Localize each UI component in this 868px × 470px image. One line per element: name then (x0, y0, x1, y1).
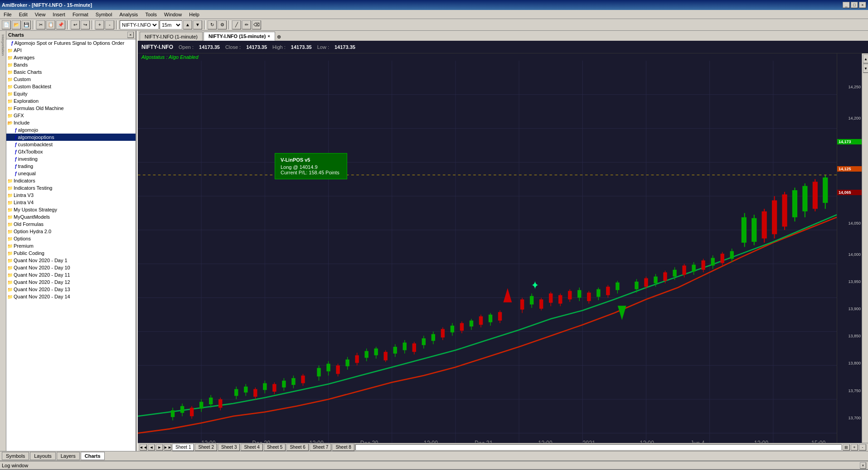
cut-btn[interactable]: ✂ (36, 20, 45, 29)
tree-item-27[interactable]: 📁Options (6, 235, 136, 242)
tree-item-32[interactable]: 📁Quant Nov 2020 - Day 11 (6, 271, 136, 278)
menu-item-edit[interactable]: Edit (15, 11, 31, 18)
scroll-zoom-out-btn[interactable]: - (859, 444, 866, 451)
settings-btn[interactable]: ⚙ (218, 20, 227, 29)
tree-item-29[interactable]: 📁Public Coding (6, 249, 136, 257)
tree-item-33[interactable]: 📁Quant Nov 2020 - Day 12 (6, 278, 136, 286)
tree-item-31[interactable]: 📁Quant Nov 2020 - Day 10 (6, 264, 136, 271)
tree-item-15[interactable]: ƒGfxToolbox (6, 148, 136, 155)
menu-item-insert[interactable]: Insert (49, 11, 69, 18)
zoom-in-btn[interactable]: + (95, 20, 104, 29)
draw-pencil-btn[interactable]: ✏ (242, 20, 251, 29)
restore-btn[interactable]: □ (851, 2, 858, 8)
sheet-tab-6[interactable]: Sheet 6 (286, 444, 308, 451)
scroll-right-btn[interactable]: ►► (164, 444, 171, 451)
tree-item-35[interactable]: 📁Quant Nov 2020 - Day 14 (6, 293, 136, 300)
menu-item-format[interactable]: Format (69, 11, 92, 18)
charts-tree[interactable]: ƒAlgomojo Spot or Futures Signal to Opti… (6, 39, 136, 451)
tree-item-21[interactable]: 📁Lintra V3 (6, 192, 136, 199)
tree-item-25[interactable]: 📁Old Formulas (6, 221, 136, 228)
menu-item-analysis[interactable]: Analysis (116, 11, 141, 18)
btm-tab-symbols[interactable]: Symbols (2, 452, 29, 460)
scroll-next-btn[interactable]: ► (156, 444, 163, 451)
draw-eraser-btn[interactable]: ⌫ (252, 20, 261, 29)
tree-item-17[interactable]: ƒtrading (6, 163, 136, 170)
sheet-tab-8[interactable]: Sheet 8 (332, 444, 354, 451)
tree-item-16[interactable]: ƒinvesting (6, 155, 136, 163)
scroll-expand-btn[interactable]: ⊞ (843, 444, 850, 451)
zoom-out-btn[interactable]: - (105, 20, 114, 29)
tree-item-34[interactable]: 📁Quant Nov 2020 - Day 13 (6, 286, 136, 293)
tree-item-28[interactable]: 📁Premium (6, 242, 136, 249)
interval-up-btn[interactable]: ▲ (183, 20, 192, 29)
chart-scrollbar-track[interactable] (355, 444, 842, 451)
redo-btn[interactable]: ↪ (81, 20, 90, 29)
scroll-left-btn[interactable]: ◄◄ (140, 444, 147, 451)
tree-item-22[interactable]: 📁Lintra V4 (6, 199, 136, 206)
tree-item-23[interactable]: 📁My Upstox Strategy (6, 206, 136, 213)
interval-down-btn[interactable]: ▼ (193, 20, 202, 29)
tree-item-5[interactable]: 📁Custom (6, 76, 136, 83)
tree-item-3[interactable]: 📁Bands (6, 61, 136, 68)
interval-select[interactable]: 15m 1m 5m 1d (160, 20, 182, 29)
panel-up-btn[interactable]: ▲ (863, 54, 868, 63)
btm-tab-layers[interactable]: Layers (57, 452, 80, 460)
tree-item-7[interactable]: 📁Equity (6, 90, 136, 97)
tree-item-1[interactable]: 📁API (6, 47, 136, 54)
menu-item-window[interactable]: Window (160, 11, 185, 18)
log-close-btn[interactable]: × (860, 462, 866, 469)
draw-line-btn[interactable]: ╱ (232, 20, 241, 29)
tree-item-14[interactable]: ƒcustombacktest (6, 141, 136, 148)
tree-item-9[interactable]: 📁Formulas Old Machine (6, 105, 136, 112)
tree-item-4[interactable]: 📁Basic Charts (6, 68, 136, 76)
tree-item-13[interactable]: ƒalgomojooptions (6, 134, 136, 141)
sheet-tab-3[interactable]: Sheet 3 (218, 444, 240, 451)
refresh-btn[interactable]: ↻ (208, 20, 217, 29)
save-btn[interactable]: 💾 (22, 20, 31, 29)
sheet-tab-2[interactable]: Sheet 2 (195, 444, 217, 451)
menu-item-symbol[interactable]: Symbol (92, 11, 116, 18)
tab-15min-close[interactable]: × (267, 34, 270, 38)
open-btn[interactable]: 📂 (12, 20, 21, 29)
new-btn[interactable]: 📄 (2, 20, 11, 29)
tree-item-11[interactable]: 📂Include (6, 119, 136, 126)
sheet-tab-1[interactable]: Sheet 1 (172, 444, 194, 451)
paste-btn[interactable]: 📌 (56, 20, 65, 29)
sheet-tab-5[interactable]: Sheet 5 (264, 444, 286, 451)
menu-item-view[interactable]: View (31, 11, 49, 18)
tree-item-10[interactable]: 📁GFX (6, 112, 136, 119)
tree-item-20[interactable]: 📁Indicators Testing (6, 184, 136, 192)
new-tab-btn[interactable]: ⊕ (276, 33, 282, 41)
chart-canvas[interactable]: Algostatus : Algo Enabled (138, 53, 837, 443)
close-btn[interactable]: × (859, 2, 866, 8)
undo-btn[interactable]: ↩ (71, 20, 80, 29)
charts-close-btn[interactable]: × (127, 32, 134, 38)
symbol-select[interactable]: NIFTY-I.NFO (120, 20, 159, 29)
btm-tab-charts[interactable]: Charts (81, 452, 105, 460)
tree-item-6[interactable]: 📁Custom Backtest (6, 83, 136, 90)
tree-item-12[interactable]: ƒalgomojo (6, 126, 136, 134)
scroll-zoom-in-btn[interactable]: + (851, 444, 858, 451)
sheet-tab-7[interactable]: Sheet 7 (310, 444, 331, 451)
tree-item-0[interactable]: ƒAlgomojo Spot or Futures Signal to Opti… (6, 39, 136, 47)
price-axis: 14,250 14,200 14,173 14,125 14,065 14,05… (837, 53, 862, 443)
tree-item-19[interactable]: 📁Indicators (6, 177, 136, 184)
menu-item-tools[interactable]: Tools (141, 11, 160, 18)
copy-btn[interactable]: 📋 (46, 20, 55, 29)
chart-info-bar: NIFTY-I.NFO Open : 14173.35 Close : 1417… (138, 41, 868, 53)
minimize-btn[interactable]: _ (843, 2, 850, 8)
btm-tab-layouts[interactable]: Layouts (30, 452, 56, 460)
scroll-prev-btn[interactable]: ◄ (148, 444, 155, 451)
menu-item-help[interactable]: Help (185, 11, 203, 18)
sheet-tab-4[interactable]: Sheet 4 (241, 444, 262, 451)
tree-item-18[interactable]: ƒunequal (6, 170, 136, 177)
tree-item-2[interactable]: 📁Averages (6, 54, 136, 61)
tree-item-8[interactable]: 📁Exploration (6, 97, 136, 105)
menu-item-file[interactable]: File (0, 11, 15, 18)
tree-item-30[interactable]: 📁Quant Nov 2020 - Day 1 (6, 257, 136, 264)
panel-dn-btn[interactable]: ▼ (863, 64, 868, 73)
tab-1min[interactable]: NIFTY-I.NFO (1-minute) (140, 32, 203, 41)
tab-15min[interactable]: NIFTY-I.NFO (15-minute) × (204, 32, 275, 41)
tree-item-26[interactable]: 📁Option Hydra 2.0 (6, 228, 136, 235)
tree-item-24[interactable]: 📁MyQuantModels (6, 213, 136, 221)
